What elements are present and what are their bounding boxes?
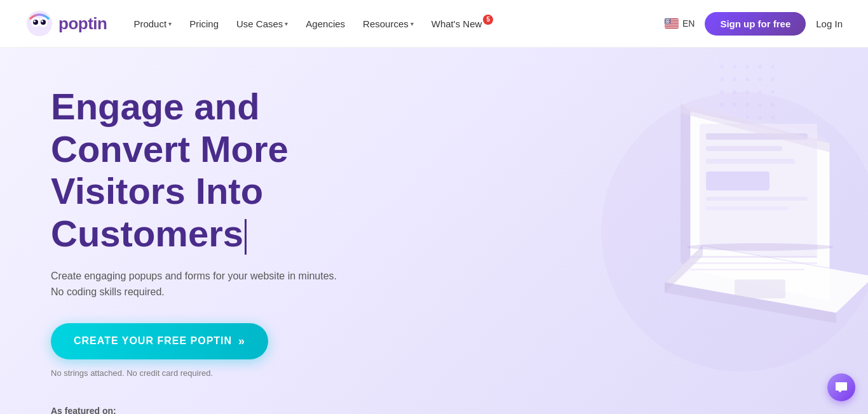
svg-rect-69 (706, 197, 808, 201)
svg-rect-12 (665, 25, 679, 26)
signup-button[interactable]: Sign up for free (705, 12, 806, 36)
svg-rect-13 (665, 27, 679, 28)
whats-new-badge: 5 (483, 15, 493, 25)
svg-point-18 (668, 19, 668, 20)
svg-rect-11 (665, 24, 679, 25)
svg-point-3 (33, 20, 38, 25)
double-arrow-icon: » (238, 335, 245, 348)
logo-icon (25, 10, 53, 37)
hero-subtitle-line1: Create engaging popups and forms for you… (51, 270, 337, 281)
svg-point-4 (41, 20, 46, 25)
svg-rect-72 (690, 262, 817, 264)
nav-right: EN Sign up for free Log In (665, 12, 843, 36)
chat-icon (835, 381, 848, 394)
featured-on-label: As featured on: (51, 406, 394, 414)
hero-title: Engage and Convert More Visitors Into Cu… (51, 86, 394, 255)
language-selector[interactable]: EN (665, 18, 695, 29)
hero-content: Engage and Convert More Visitors Into Cu… (0, 48, 445, 414)
svg-point-6 (41, 20, 43, 22)
cta-button[interactable]: CREATE YOUR FREE POPTIN » (51, 323, 268, 359)
chevron-down-icon: ▾ (410, 20, 414, 27)
nav-product[interactable]: Product ▾ (126, 13, 179, 34)
flag-icon (665, 18, 679, 29)
cursor-blink (245, 219, 247, 255)
hero-title-line2: Visitors Into Customers (51, 170, 263, 254)
svg-point-30 (667, 22, 667, 22)
svg-point-32 (668, 22, 669, 22)
svg-point-28 (669, 21, 670, 22)
nav-whats-new[interactable]: What's New 5 (424, 13, 494, 34)
svg-rect-67 (706, 159, 795, 164)
svg-point-75 (687, 243, 833, 251)
nav-agencies[interactable]: Agencies (298, 13, 353, 34)
svg-rect-74 (735, 279, 785, 298)
svg-point-26 (667, 21, 668, 22)
logo-link[interactable]: poptin (25, 10, 107, 37)
svg-rect-68 (706, 171, 770, 190)
chevron-down-icon: ▾ (168, 20, 172, 27)
hero-subtitle-line2: No coding skills required. (51, 286, 165, 297)
svg-rect-73 (690, 269, 804, 270)
svg-rect-66 (706, 146, 782, 151)
nav-use-cases[interactable]: Use Cases ▾ (229, 13, 295, 34)
svg-point-33 (665, 23, 666, 23)
chat-bubble-button[interactable] (827, 373, 855, 401)
svg-rect-71 (690, 256, 817, 258)
svg-point-21 (667, 20, 667, 20)
nav-links: Product ▾ Pricing Use Cases ▾ Agencies R… (126, 13, 665, 34)
svg-point-27 (668, 21, 668, 22)
svg-point-29 (666, 22, 667, 22)
cta-label: CREATE YOUR FREE POPTIN (74, 335, 232, 347)
no-strings-text: No strings attached. No credit card requ… (51, 368, 394, 378)
svg-point-25 (666, 21, 667, 22)
hero-section: Engage and Convert More Visitors Into Cu… (0, 48, 868, 414)
svg-point-15 (665, 19, 666, 20)
svg-point-31 (668, 22, 668, 22)
svg-point-34 (666, 23, 667, 23)
nav-pricing[interactable]: Pricing (182, 13, 226, 34)
svg-point-22 (668, 20, 668, 20)
svg-point-35 (667, 23, 668, 23)
laptop-illustration (499, 67, 868, 397)
hero-subtitle: Create engaging popups and forms for you… (51, 268, 394, 300)
logo-text: poptin (58, 14, 107, 34)
hero-title-line1: Engage and Convert More (51, 86, 288, 170)
lang-label: EN (682, 18, 695, 29)
chevron-down-icon: ▾ (285, 20, 288, 27)
svg-point-19 (669, 19, 670, 20)
svg-point-36 (668, 23, 668, 23)
svg-point-20 (666, 20, 667, 20)
svg-point-23 (668, 20, 669, 20)
login-button[interactable]: Log In (816, 18, 843, 29)
svg-point-24 (665, 21, 666, 22)
svg-point-17 (667, 19, 668, 20)
nav-resources[interactable]: Resources ▾ (355, 13, 421, 34)
svg-point-16 (666, 19, 667, 20)
svg-point-37 (669, 23, 670, 23)
svg-rect-70 (706, 206, 789, 210)
navbar: poptin Product ▾ Pricing Use Cases ▾ Age… (0, 0, 868, 48)
svg-point-5 (34, 20, 36, 22)
